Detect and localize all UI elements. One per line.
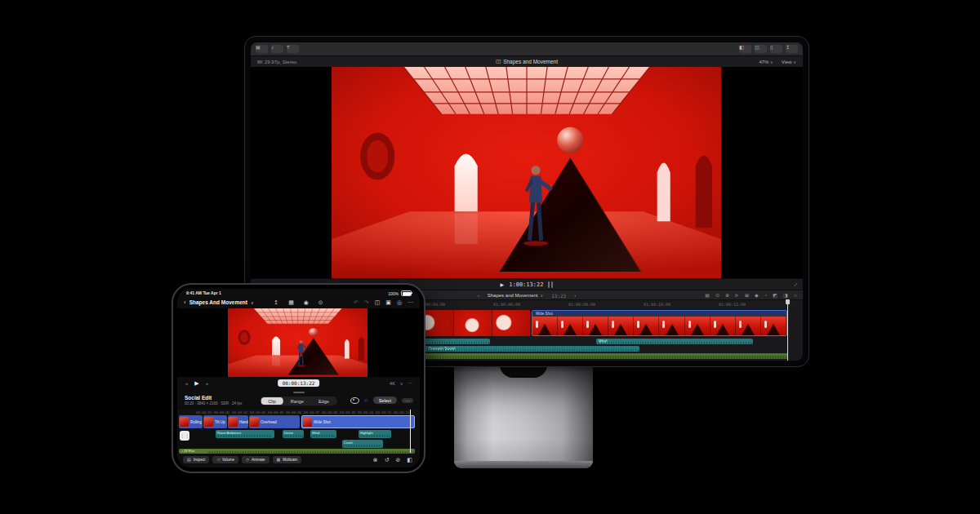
export-icon[interactable]: ↥ — [274, 299, 278, 305]
audio-clip[interactable]: Room Ambience — [216, 430, 274, 438]
jog-icon[interactable]: ◎ — [397, 299, 402, 305]
audio-meters[interactable] — [548, 281, 553, 288]
audio-clip[interactable]: Drone — [283, 430, 304, 438]
timeline-toggle-icon[interactable]: ◫ — [755, 45, 767, 53]
ruler-label: 00:00:08 — [322, 410, 337, 414]
prev-project-button[interactable]: ‹ — [478, 293, 479, 298]
skip-forward-icon[interactable]: » — [206, 381, 208, 386]
video-clip[interactable]: Rolling Ball — [179, 415, 203, 428]
nav-right-icons: ↶↷◫▣◎⋯ — [354, 299, 413, 305]
media-icon[interactable]: ▦ — [288, 299, 294, 305]
libraries-icon[interactable]: ▤ — [256, 45, 268, 53]
viewer-more-icon[interactable]: ⋯ — [408, 381, 413, 386]
voiceover-icon[interactable]: ◉ — [304, 299, 309, 305]
mute-icon[interactable]: ⊘ — [396, 457, 401, 463]
timeline-ruler[interactable]: 00:00:0100:00:0200:00:0300:00:0400:00:05… — [177, 410, 420, 415]
tools-icon[interactable]: ◆ — [755, 293, 759, 298]
video-frame — [228, 308, 368, 377]
display-icon[interactable]: ◫ — [375, 299, 381, 305]
animate-button[interactable]: ◇Animate — [242, 456, 269, 463]
transitions-icon[interactable]: ◨ — [783, 293, 788, 298]
media-audio-icon[interactable]: ♪ — [271, 45, 283, 53]
timeline-handle[interactable]: ⋮⋮ — [180, 431, 189, 441]
ruler-label: 00:00:11 — [376, 410, 391, 414]
select-button[interactable]: Select — [373, 397, 397, 404]
inspect-button[interactable]: ▤Inspect — [183, 456, 209, 463]
insert-icon[interactable]: ⊕ — [725, 293, 729, 298]
ruler-label: 00:00:12 — [394, 410, 409, 414]
playhead-timecode[interactable]: 1:00:13:22 — [509, 281, 543, 288]
next-project-button[interactable]: › — [574, 293, 576, 298]
stand-foot — [454, 461, 593, 468]
redo-icon[interactable]: ↷ — [364, 299, 369, 305]
filmstrip-thumb — [492, 310, 531, 336]
segment-range[interactable]: Range — [283, 397, 311, 405]
titles-icon[interactable]: T — [287, 45, 299, 53]
filmstrip-thumb — [710, 317, 736, 335]
clip-thumbnail — [303, 417, 312, 427]
video-clip[interactable]: Hands — [228, 415, 248, 428]
retime-icon[interactable]: ◔ — [764, 293, 768, 298]
capture-icon[interactable]: ⊙ — [318, 299, 323, 305]
replace-icon[interactable]: ↺ — [385, 457, 390, 463]
bottom-toolbar: ▤Inspect◁Volume◇Animate▦Multicam ⊗↺⊘◧ — [177, 454, 420, 465]
audio-clip[interactable]: Wind — [596, 339, 753, 344]
video-clip-selected[interactable]: Wide Shot — [532, 310, 787, 336]
drag-handle[interactable] — [293, 392, 305, 393]
video-clip[interactable]: Tilt Up — [203, 415, 227, 428]
view-dropdown[interactable]: View ∨ — [782, 60, 796, 64]
volume-button[interactable]: ◁Volume — [212, 456, 238, 463]
effects-icon[interactable]: ◩ — [773, 293, 777, 298]
resolution-badge[interactable]: 4K — [390, 381, 395, 386]
append-icon[interactable]: ⊳ — [735, 293, 739, 298]
viewer — [251, 67, 803, 278]
skip-back-icon[interactable]: « — [185, 381, 188, 386]
multicam-button[interactable]: ▦Multicam — [273, 456, 302, 463]
project-header: Social Edit 00:20 · 3840 × 2160 · SDR · … — [177, 395, 420, 409]
segment-clip[interactable]: Clip — [261, 397, 283, 405]
playhead-timecode[interactable]: 00:00:13:22 — [278, 379, 320, 387]
animate-icon: ◇ — [246, 458, 249, 462]
header-more-icon[interactable]: ⋯ — [402, 398, 413, 403]
browser-toggle-icon[interactable]: ◧ — [739, 45, 751, 53]
ruler-label: 00:00:03 — [232, 410, 247, 414]
index-icon[interactable]: ▤ — [705, 293, 710, 298]
snapping-icon[interactable]: ∩ — [794, 293, 797, 298]
overwrite-icon[interactable]: ⊠ — [745, 293, 749, 298]
clip-thumbnail — [250, 417, 259, 427]
filmstrip-thumb — [659, 317, 684, 335]
playhead[interactable] — [410, 410, 411, 453]
connect-icon[interactable]: ⊙ — [715, 293, 719, 298]
fullscreen-icon[interactable]: ↕ — [793, 281, 799, 287]
playhead[interactable] — [787, 299, 788, 361]
audio-clip[interactable]: Crash — [342, 440, 383, 448]
ruler-label: 00:00:07 — [304, 410, 319, 414]
more-icon[interactable]: ⋯ — [408, 299, 413, 305]
audio-clip[interactable]: Wind — [310, 430, 336, 438]
viewer-icon[interactable]: ▣ — [385, 299, 391, 305]
timeline-project-dropdown[interactable]: Shapes and Movement∨ — [488, 293, 543, 298]
ruler-label: 00:00:05 — [268, 410, 283, 414]
segment-edge[interactable]: Edge — [311, 397, 336, 405]
zoom-level-dropdown[interactable]: 47% ∨ — [759, 60, 773, 64]
edit-mode-segmented-control: ClipRangeEdge — [260, 397, 337, 405]
clip-thumbnail — [229, 417, 238, 427]
panel-toggle-group: ◧◫▯↥ — [739, 45, 798, 53]
video-clip[interactable]: Overhead — [249, 415, 300, 428]
delete-icon[interactable]: ⊗ — [373, 457, 378, 463]
fcp-ipad-window: 9:41 AM Tue Apr 1 100% ‹ Shapes And Move… — [177, 289, 420, 467]
play-button[interactable]: ▶ — [501, 282, 505, 287]
split-icon[interactable]: ◧ — [407, 457, 412, 463]
audio-clip[interactable]: Highlight — [359, 430, 391, 438]
undo-icon[interactable]: ↶ — [354, 299, 359, 305]
inspector-toggle-icon[interactable]: ▯ — [770, 45, 782, 53]
video-clip-selected[interactable]: Wide Shot — [301, 415, 415, 428]
ruler-label: 01:00:10:00 — [644, 302, 670, 307]
back-chevron-icon[interactable]: ‹ — [184, 299, 186, 306]
snapping-icon[interactable]: ∩ — [364, 397, 368, 403]
project-switcher[interactable]: ‹ Shapes And Movement ∨ — [184, 299, 254, 306]
clip-appearance-icon[interactable] — [350, 397, 359, 404]
share-icon[interactable]: ↥ — [786, 45, 798, 53]
hero-canvas: ▤♪T ◧◫▯↥ 8K 29.97p, Stereo ◫ Shapes and … — [0, 0, 980, 514]
play-button[interactable]: ▶ — [194, 380, 198, 386]
